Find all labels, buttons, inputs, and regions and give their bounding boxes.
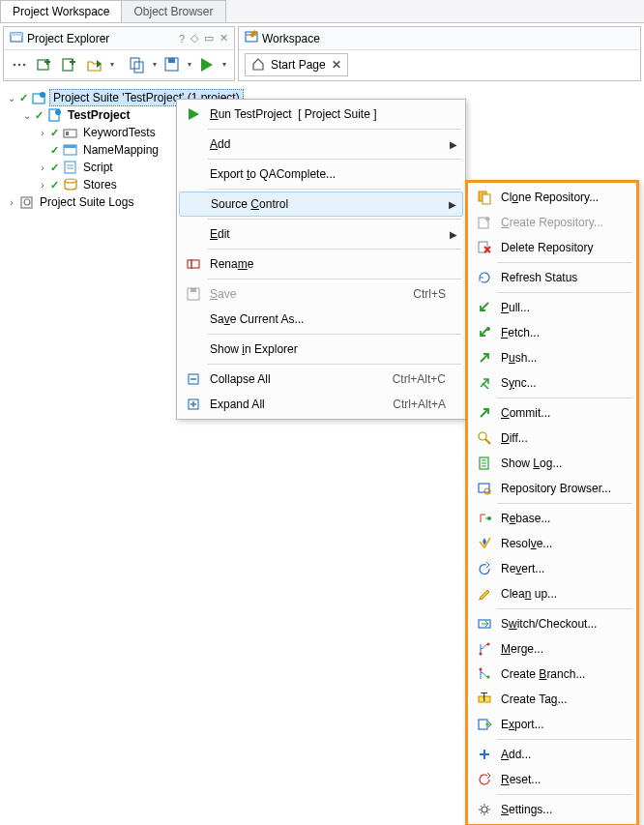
clone-repo-icon: [474, 187, 495, 208]
svg-text:T: T: [481, 692, 488, 704]
run-dropdown-icon[interactable]: ▾: [220, 60, 228, 69]
tab-project-workspace[interactable]: Project Workspace: [0, 0, 122, 22]
clone-dropdown-icon[interactable]: ▾: [151, 60, 159, 69]
clone-icon[interactable]: [126, 53, 149, 76]
repo-browser-icon: [474, 478, 495, 499]
menu-rename[interactable]: Rename: [179, 251, 463, 277]
tag-icon: T: [474, 689, 495, 710]
menu-add[interactable]: Add▶: [179, 132, 463, 157]
svg-rect-17: [66, 132, 69, 135]
svg-rect-26: [190, 288, 196, 292]
menu-settings[interactable]: Settings...: [470, 797, 634, 822]
svg-rect-20: [65, 162, 75, 173]
play-icon: [183, 103, 204, 125]
tree-stores[interactable]: Stores: [80, 177, 120, 192]
menu-expand-all[interactable]: Expand AllCtrl+Alt+A: [179, 392, 463, 417]
menu-separator: [497, 739, 632, 740]
menu-separator: [208, 129, 461, 130]
status-ok-icon: ✓: [19, 92, 28, 104]
menu-create-repo: Create Repository...: [470, 210, 634, 235]
menu-push[interactable]: Push...: [470, 345, 634, 370]
top-tabbar: Project Workspace Object Browser: [0, 0, 644, 23]
new-project-suite-icon[interactable]: [33, 53, 56, 76]
script-icon: [63, 160, 78, 175]
menu-merge[interactable]: Merge...: [470, 636, 634, 662]
menu-source-control[interactable]: Source Control▶: [179, 192, 463, 217]
tree-twisty[interactable]: ⌄: [6, 93, 17, 103]
tree-keywordtests[interactable]: KeywordTests: [80, 125, 159, 140]
shortcut-label: Ctrl+Alt+A: [393, 398, 446, 411]
menu-switch[interactable]: Switch/Checkout...: [470, 611, 634, 636]
menu-create-branch[interactable]: Create Branch...: [470, 662, 634, 687]
svg-rect-19: [64, 145, 76, 148]
close-panel-button[interactable]: ✕: [220, 32, 228, 44]
menu-delete-repo[interactable]: Delete Repository: [470, 235, 634, 260]
menu-create-tag[interactable]: TCreate Tag...: [470, 687, 634, 712]
menu-sync[interactable]: Sync...: [470, 370, 634, 396]
menu-add-files[interactable]: Add...: [470, 742, 634, 767]
expand-icon: [183, 394, 204, 415]
menu-cleanup[interactable]: Clean up...: [470, 581, 634, 606]
tree-twisty[interactable]: ›: [37, 180, 48, 191]
shortcut-label: Ctrl+Alt+C: [393, 372, 446, 386]
help-button[interactable]: ?: [179, 33, 185, 44]
menu-separator: [497, 292, 632, 293]
save-icon[interactable]: [161, 53, 184, 76]
open-dropdown-icon[interactable]: ▾: [108, 60, 116, 69]
status-ok-icon: ✓: [50, 144, 59, 157]
menu-diff[interactable]: Diff...: [470, 426, 634, 451]
status-ok-icon: ✓: [50, 179, 59, 192]
menu-refresh-status[interactable]: Refresh Status: [470, 265, 634, 290]
rename-icon: [183, 253, 204, 275]
tree-twisty[interactable]: ›: [37, 162, 48, 173]
toolbar-dropdown-icon[interactable]: [8, 53, 31, 76]
rebase-icon: [474, 508, 495, 529]
close-tab-icon[interactable]: ✕: [332, 58, 341, 72]
menu-revert[interactable]: Revert...: [470, 556, 634, 581]
menu-fetch[interactable]: Fetch...: [470, 320, 634, 345]
menu-pull[interactable]: Pull...: [470, 295, 634, 320]
dock-button[interactable]: ▭: [204, 32, 214, 44]
start-page-tab[interactable]: Start Page ✕: [245, 53, 348, 76]
menu-commit[interactable]: Commit...: [470, 400, 634, 426]
menu-export-qa[interactable]: Export to QAComplete...: [179, 162, 463, 187]
menu-edit[interactable]: Edit▶: [179, 221, 463, 247]
svg-rect-1: [11, 33, 22, 36]
explorer-title: Project Explorer: [27, 32, 109, 45]
menu-separator: [208, 364, 461, 365]
menu-save-as[interactable]: Save Current As...: [179, 307, 463, 332]
menu-repo-browser[interactable]: Repository Browser...: [470, 476, 634, 501]
tree-project[interactable]: TestProject: [65, 107, 132, 123]
menu-rebase[interactable]: Rebase...: [470, 506, 634, 531]
open-project-icon[interactable]: [83, 53, 106, 76]
svg-point-47: [482, 807, 487, 812]
menu-separator: [497, 398, 632, 398]
menu-run[interactable]: Run TestProject [ Project Suite ]: [179, 102, 463, 127]
pull-icon: [474, 297, 495, 318]
tab-object-browser[interactable]: Object Browser: [121, 0, 225, 22]
menu-resolve[interactable]: Resolve...: [470, 531, 634, 556]
tree-script[interactable]: Script: [80, 160, 116, 175]
tree-namemapping[interactable]: NameMapping: [80, 142, 161, 158]
fetch-icon: [474, 322, 495, 343]
settings-icon: [474, 799, 495, 820]
svg-point-4: [23, 63, 26, 66]
menu-clone-repo[interactable]: Clone Repository...: [470, 185, 634, 210]
menu-export[interactable]: Export...: [470, 712, 634, 737]
delete-repo-icon: [474, 237, 495, 258]
new-project-icon[interactable]: [58, 53, 81, 76]
autohide-button[interactable]: ◇: [190, 32, 198, 44]
menu-show-log[interactable]: Show Log...: [470, 451, 634, 476]
menu-show-explorer[interactable]: Show in Explorer: [179, 337, 463, 362]
menu-reset[interactable]: Reset...: [470, 767, 634, 792]
run-icon[interactable]: [195, 53, 219, 76]
svg-point-2: [14, 63, 16, 66]
tree-twisty[interactable]: ›: [37, 128, 48, 138]
save-dropdown-icon[interactable]: ▾: [186, 60, 193, 69]
tree-twisty[interactable]: ›: [6, 197, 17, 208]
tree-twisty[interactable]: ⌄: [21, 110, 33, 121]
tree-logs[interactable]: Project Suite Logs: [37, 194, 136, 210]
menu-collapse-all[interactable]: Collapse AllCtrl+Alt+C: [179, 367, 463, 392]
svg-point-38: [487, 516, 491, 520]
project-icon: [47, 107, 63, 123]
